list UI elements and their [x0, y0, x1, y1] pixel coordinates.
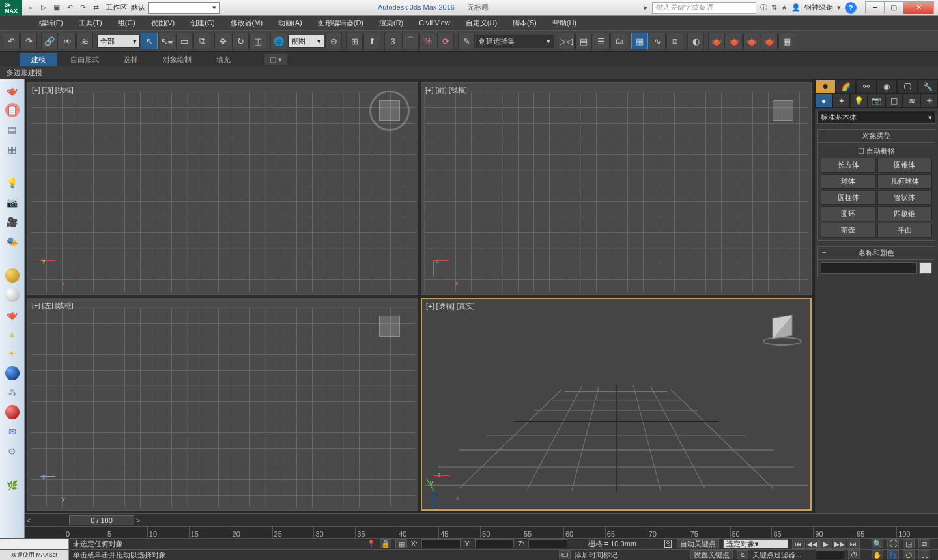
ribbon-tab-selection[interactable]: 选择	[112, 53, 150, 66]
qat-undo-icon[interactable]: ↶	[64, 2, 76, 14]
viewport-front[interactable]: [+] [前] [线框] xz	[421, 82, 812, 295]
key-mode-icon[interactable]: ⚿	[664, 539, 673, 549]
snap-toggle-icon[interactable]: 3	[384, 33, 401, 49]
slider-prev-icon[interactable]: <	[25, 516, 33, 524]
menu-tools[interactable]: 工具(T)	[72, 17, 109, 29]
grid-icon[interactable]: ▦	[5, 142, 20, 156]
qat-redo-icon[interactable]: ↷	[77, 2, 89, 14]
select-object-icon[interactable]: ↖	[141, 33, 158, 49]
plant-icon[interactable]: 🌿	[5, 478, 20, 492]
sun-icon[interactable]: ☀	[5, 346, 20, 361]
edit-named-icon[interactable]: ✎	[458, 33, 475, 49]
cmd-tab-motion-icon[interactable]: ◉	[877, 79, 898, 94]
teapot2-icon[interactable]: 🫖	[5, 307, 20, 322]
menu-edit[interactable]: 编辑(E)	[33, 17, 70, 29]
ref-coord-icon[interactable]: 🌐	[270, 33, 287, 49]
cmd-tab-display-icon[interactable]: 🖵	[897, 79, 918, 94]
maximize-button[interactable]: ▢	[884, 1, 903, 14]
auto-key-button[interactable]: 自动关键点	[677, 539, 719, 548]
selection-lock-icon[interactable]: 🔒	[380, 539, 391, 548]
cmd-sub-shapes-icon[interactable]: ✦	[832, 94, 850, 108]
selection-filter-combo[interactable]: 全部▾	[97, 35, 140, 48]
nav-zoom-icon[interactable]: 🔍	[872, 539, 883, 548]
object-name-input[interactable]	[821, 262, 917, 274]
ribbon-collapse-icon[interactable]: ▢ ▾	[264, 54, 287, 65]
render-iterative-icon[interactable]: 🫖	[761, 33, 778, 49]
rendered-frame-icon[interactable]: 🫖	[726, 33, 743, 49]
render-setup-icon[interactable]: 🫖	[708, 33, 725, 49]
sphere-yellow-icon[interactable]	[5, 268, 20, 283]
coord-x-input[interactable]	[421, 539, 461, 548]
slider-next-icon[interactable]: >	[134, 516, 142, 524]
ribbon-tab-populate[interactable]: 填充	[205, 53, 242, 66]
cmd-tab-hierarchy-icon[interactable]: ⚯	[856, 79, 877, 94]
category-combo[interactable]: 标准基本体▾	[817, 111, 935, 124]
menu-create[interactable]: 创建(C)	[184, 17, 221, 29]
viewcube[interactable]	[367, 88, 412, 133]
app-logo[interactable]: 3▸MAX	[0, 0, 22, 16]
undo-icon[interactable]: ↶	[3, 33, 20, 49]
close-button[interactable]: ✕	[903, 1, 934, 14]
cmd-sub-geometry-icon[interactable]: ●	[815, 94, 832, 108]
exchange-icon[interactable]: ⇅	[771, 3, 777, 12]
qat-link-icon[interactable]: ⇄	[90, 2, 102, 14]
ribbon-tab-objectpaint[interactable]: 对象绘制	[151, 53, 203, 66]
time-slider-bar[interactable]: < 0 / 100 >	[25, 513, 938, 526]
set-key-button[interactable]: 设置关键点	[690, 550, 733, 559]
current-frame-input[interactable]	[816, 550, 844, 559]
select-window-icon[interactable]: ⧉	[193, 33, 210, 49]
cmd-tab-modify-icon[interactable]: 🌈	[836, 79, 857, 94]
angle-snap-icon[interactable]: ⌒	[402, 33, 419, 49]
layers-manager-icon[interactable]: 🗂	[610, 33, 627, 49]
viewcube[interactable]	[367, 303, 412, 349]
primitive-plane[interactable]: 平面	[877, 223, 933, 238]
menu-view[interactable]: 视图(V)	[145, 17, 182, 29]
primitive-box[interactable]: 长方体	[821, 158, 876, 173]
nav-zoomall-icon[interactable]: ⛶	[887, 539, 899, 548]
time-config-icon[interactable]: ⏱	[848, 550, 860, 559]
scale-icon[interactable]: ◫	[249, 33, 266, 49]
goto-start-icon[interactable]: ⏮	[792, 539, 805, 549]
use-pivot-icon[interactable]: ⊕	[325, 33, 342, 49]
camera-icon[interactable]: 📷	[5, 195, 20, 210]
teapot-icon[interactable]: 🫖	[5, 83, 20, 98]
layer-icon2[interactable]: ▤	[5, 122, 20, 137]
viewcube[interactable]	[760, 88, 806, 133]
cmd-sub-cameras-icon[interactable]: 📷	[868, 94, 885, 108]
menu-grapheditor[interactable]: 图形编辑器(D)	[311, 17, 370, 29]
nav-region-icon[interactable]: ⧉	[918, 539, 930, 548]
cmd-sub-systems-icon[interactable]: ✳	[920, 94, 938, 108]
particles-icon[interactable]: ⁂	[5, 385, 20, 400]
viewcube[interactable]	[760, 304, 805, 350]
toggle-ribbon-icon[interactable]: ▦	[631, 33, 648, 49]
play-icon[interactable]: ▶	[819, 539, 832, 549]
menu-customize[interactable]: 自定义(U)	[459, 17, 504, 29]
maxscript-mini-icon[interactable]	[0, 513, 25, 538]
align-icon[interactable]: ▤	[575, 33, 592, 49]
primitive-cone[interactable]: 圆锥体	[877, 158, 933, 173]
primitive-tube[interactable]: 管状体	[877, 190, 933, 205]
star-icon[interactable]: ★	[781, 3, 788, 12]
unlink-icon[interactable]: ⚮	[59, 33, 76, 49]
info-icon[interactable]: ⓘ	[760, 3, 767, 12]
menu-anim[interactable]: 动画(A)	[272, 17, 309, 29]
goto-end-icon[interactable]: ⏭	[847, 539, 860, 549]
spinner-snap-icon[interactable]: ⟳	[437, 33, 454, 49]
sphere-white-icon[interactable]	[5, 288, 20, 302]
viewport-top[interactable]: [+] [顶] [线框] xy	[27, 82, 418, 295]
time-slider[interactable]: 0 / 100	[69, 515, 134, 525]
rotate-icon[interactable]: ↻	[232, 33, 249, 49]
menu-render[interactable]: 渲染(R)	[373, 17, 410, 29]
primitive-sphere[interactable]: 球体	[821, 174, 876, 189]
key-filters[interactable]: 关键点过滤器...	[752, 550, 801, 560]
add-time-tag[interactable]: 添加时间标记	[575, 550, 618, 560]
coord-display-icon[interactable]: ▦	[395, 539, 407, 548]
primitive-cylinder[interactable]: 圆柱体	[821, 190, 876, 205]
select-region-rect-icon[interactable]: ▭	[176, 33, 193, 49]
auto-grid-checkbox[interactable]: ☐ 自动栅格	[821, 145, 932, 158]
timeline-ruler[interactable]: 0 5 10 15 20 25 30 35 40 45 50 55 60 65 …	[25, 526, 938, 538]
curve-editor-icon[interactable]: ∿	[649, 33, 666, 49]
qat-save-icon[interactable]: ▣	[51, 2, 63, 14]
redo-icon[interactable]: ↷	[20, 33, 37, 49]
named-set-combo[interactable]: 创建选择集▾	[476, 35, 554, 48]
